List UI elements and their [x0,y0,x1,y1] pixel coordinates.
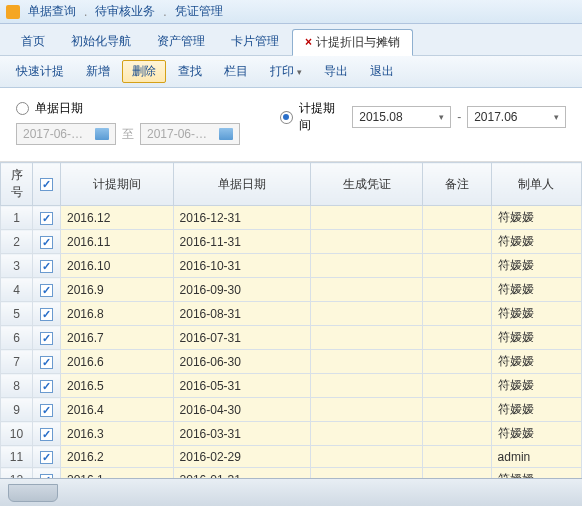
cell-period: 2016.12 [61,206,174,230]
cell-voucher [310,374,423,398]
col-header-3[interactable]: 单据日期 [173,163,310,206]
row-number: 10 [1,422,33,446]
radio-accrual-period[interactable] [280,111,293,124]
row-number: 4 [1,278,33,302]
row-number: 5 [1,302,33,326]
sheet-tab[interactable] [8,484,58,502]
cell-date: 2016-06-30 [173,350,310,374]
table-row[interactable]: 92016.42016-04-30符嫒嫒 [1,398,582,422]
col-header-6[interactable]: 制单人 [491,163,581,206]
tab-4[interactable]: 计提折旧与摊销 [292,29,413,56]
col-header-0[interactable]: 序号 [1,163,33,206]
checkbox-icon[interactable] [40,284,53,297]
cell-maker: admin [491,446,581,468]
col-header-5[interactable]: 备注 [423,163,491,206]
cell-date: 2016-09-30 [173,278,310,302]
row-checkbox[interactable] [33,422,61,446]
cell-maker: 符嫒嫒 [491,254,581,278]
cell-maker: 符嫒嫒 [491,422,581,446]
tab-1[interactable]: 初始化导航 [58,28,144,55]
calendar-icon [219,128,233,140]
row-number: 3 [1,254,33,278]
doc-date-to[interactable]: 2017-06-… [140,123,240,145]
radio-doc-date[interactable] [16,102,29,115]
checkbox-icon[interactable] [40,236,53,249]
cell-voucher [310,350,423,374]
label-accrual-period: 计提期间 [299,100,346,134]
table-row[interactable]: 112016.22016-02-29admin [1,446,582,468]
row-checkbox[interactable] [33,206,61,230]
accrual-to[interactable]: 2017.06 [467,106,566,128]
cell-note [423,326,491,350]
select-all-checkbox[interactable] [40,178,53,191]
table-row[interactable]: 42016.92016-09-30符嫒嫒 [1,278,582,302]
menu-doc-query[interactable]: 单据查询 [24,3,80,20]
row-checkbox[interactable] [33,374,61,398]
cell-note [423,206,491,230]
row-checkbox[interactable] [33,398,61,422]
toolbar-删除[interactable]: 删除 [122,60,166,83]
checkbox-icon[interactable] [40,404,53,417]
table-row[interactable]: 52016.82016-08-31符嫒嫒 [1,302,582,326]
table-row[interactable]: 12016.122016-12-31符嫒嫒 [1,206,582,230]
row-checkbox[interactable] [33,278,61,302]
checkbox-icon[interactable] [40,260,53,273]
doc-date-from[interactable]: 2017-06-… [16,123,116,145]
cell-period: 2016.3 [61,422,174,446]
status-bar [0,478,582,506]
cell-date: 2016-10-31 [173,254,310,278]
toolbar-栏目[interactable]: 栏目 [214,60,258,83]
cell-voucher [310,422,423,446]
checkbox-icon[interactable] [40,332,53,345]
checkbox-icon[interactable] [40,428,53,441]
table-row[interactable]: 32016.102016-10-31符嫒嫒 [1,254,582,278]
table-row[interactable]: 82016.52016-05-31符嫒嫒 [1,374,582,398]
toolbar-打印[interactable]: 打印 [260,60,312,83]
row-number: 1 [1,206,33,230]
calendar-icon [95,128,109,140]
tab-2[interactable]: 资产管理 [144,28,218,55]
table-row[interactable]: 72016.62016-06-30符嫒嫒 [1,350,582,374]
col-header-4[interactable]: 生成凭证 [310,163,423,206]
table-row[interactable]: 102016.32016-03-31符嫒嫒 [1,422,582,446]
table-row[interactable]: 22016.112016-11-31符嫒嫒 [1,230,582,254]
table-row[interactable]: 62016.72016-07-31符嫒嫒 [1,326,582,350]
row-checkbox[interactable] [33,302,61,326]
col-header-1[interactable] [33,163,61,206]
row-number: 6 [1,326,33,350]
row-checkbox[interactable] [33,446,61,468]
cell-voucher [310,206,423,230]
cell-period: 2016.2 [61,446,174,468]
cell-maker: 符嫒嫒 [491,374,581,398]
cell-note [423,254,491,278]
checkbox-icon[interactable] [40,451,53,464]
cell-note [423,398,491,422]
row-checkbox[interactable] [33,326,61,350]
col-header-2[interactable]: 计提期间 [61,163,174,206]
accrual-from[interactable]: 2015.08 [352,106,451,128]
toolbar-新增[interactable]: 新增 [76,60,120,83]
to-label: 至 [122,126,134,143]
row-number: 7 [1,350,33,374]
tab-0[interactable]: 首页 [8,28,58,55]
toolbar-快速计提[interactable]: 快速计提 [6,60,74,83]
checkbox-icon[interactable] [40,356,53,369]
row-checkbox[interactable] [33,350,61,374]
tab-3[interactable]: 卡片管理 [218,28,292,55]
menu-pending-audit[interactable]: 待审核业务 [91,3,159,20]
row-checkbox[interactable] [33,254,61,278]
checkbox-icon[interactable] [40,380,53,393]
data-table-wrap[interactable]: 序号计提期间单据日期生成凭证备注制单人 12016.122016-12-31符嫒… [0,162,582,506]
cell-note [423,374,491,398]
toolbar-查找[interactable]: 查找 [168,60,212,83]
data-table: 序号计提期间单据日期生成凭证备注制单人 12016.122016-12-31符嫒… [0,162,582,506]
toolbar-退出[interactable]: 退出 [360,60,404,83]
checkbox-icon[interactable] [40,212,53,225]
main-tabs: 首页初始化导航资产管理卡片管理计提折旧与摊销 [0,24,582,56]
menu-voucher-mgmt[interactable]: 凭证管理 [171,3,227,20]
checkbox-icon[interactable] [40,308,53,321]
row-checkbox[interactable] [33,230,61,254]
toolbar-导出[interactable]: 导出 [314,60,358,83]
cell-date: 2016-11-31 [173,230,310,254]
separator: . [163,5,166,19]
